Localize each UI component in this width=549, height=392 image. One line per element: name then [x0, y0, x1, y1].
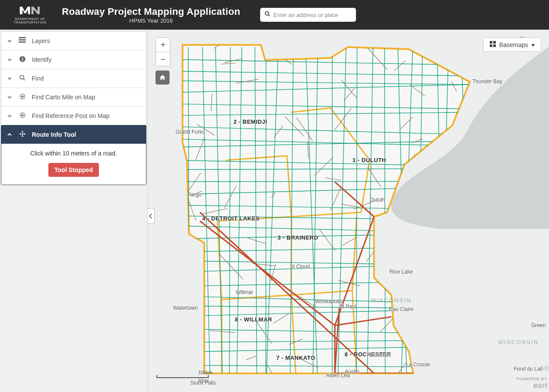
svg-line-103 [335, 108, 351, 130]
svg-point-13 [21, 114, 23, 116]
svg-line-122 [420, 169, 429, 179]
sidebar-panel-identify: Identify [1, 50, 146, 69]
city-label: St Paul [339, 304, 356, 310]
city-label: St Cloud [290, 264, 310, 270]
svg-line-24 [183, 139, 470, 146]
svg-line-89 [273, 313, 289, 324]
chevron-down-icon [7, 75, 13, 82]
zoom-out-button[interactable]: − [156, 52, 170, 66]
district-label: 7 - MANKATO [276, 355, 315, 361]
sidebar-collapse-handle[interactable] [147, 208, 155, 224]
sidebar-panel-layers: Layers [1, 31, 146, 51]
svg-line-71 [325, 178, 341, 180]
sidebar-panel-header[interactable]: Identify [1, 51, 146, 69]
sidebar-panel-find: Find [1, 69, 146, 88]
svg-rect-6 [22, 58, 23, 61]
sidebar-panel-header[interactable]: Find Carto Mile on Map [1, 88, 146, 106]
svg-point-11 [21, 95, 23, 97]
svg-point-7 [22, 57, 23, 58]
sidebar: LayersIdentifyFindFind Carto Mile on Map… [0, 30, 147, 392]
target-icon [19, 93, 26, 101]
sidebar-panel-header[interactable]: Find [1, 69, 146, 88]
svg-rect-2 [19, 37, 26, 38]
chevron-up-icon [7, 131, 13, 138]
zoom-in-button[interactable]: + [156, 38, 170, 52]
district-label: 8 - WILLMAR [235, 316, 272, 323]
svg-rect-137 [493, 41, 496, 44]
search-input[interactable] [273, 12, 352, 18]
svg-line-94 [196, 139, 204, 160]
svg-line-119 [210, 331, 235, 333]
sidebar-panel-body: Click within 10 meters of a road.Tool St… [1, 144, 146, 185]
svg-line-22 [183, 112, 470, 115]
svg-line-73 [211, 94, 212, 111]
sidebar-panel-find-carto-mile-on-map: Find Carto Mile on Map [1, 88, 146, 107]
app-subtitle: HPMS Year 2016 [62, 17, 240, 24]
svg-line-23 [183, 127, 470, 135]
map-attribution: POWERED BY esri [516, 377, 547, 390]
svg-point-0 [265, 12, 269, 15]
city-label: La Crosse [406, 362, 430, 368]
city-label: Albert Lea [326, 372, 350, 378]
sidebar-panel-header[interactable]: Layers [1, 32, 146, 50]
svg-rect-3 [19, 39, 26, 41]
svg-line-58 [356, 47, 357, 378]
chevron-down-icon [7, 37, 13, 44]
svg-rect-138 [490, 44, 492, 47]
chevron-down-icon [7, 56, 13, 63]
svg-line-134 [374, 217, 387, 256]
svg-line-63 [417, 47, 423, 378]
map-canvas[interactable]: 2 - BEMIDJI1 - DULUTH4 - DETROIT LAKES3 … [147, 30, 549, 392]
sidebar-panel-label: Identify [32, 56, 51, 63]
svg-line-121 [367, 47, 386, 69]
svg-line-101 [214, 37, 231, 48]
tool-stopped-button[interactable]: Tool Stopped [48, 163, 99, 177]
svg-line-54 [305, 47, 317, 378]
agency-logo: DEPARTMENT OF TRANSPORTATION [6, 5, 54, 24]
svg-line-75 [285, 117, 304, 136]
city-label: Green [531, 322, 546, 328]
scale-bar: 100km 60mi [156, 370, 213, 383]
mn-logo-icon [19, 5, 41, 17]
svg-line-37 [183, 281, 470, 287]
svg-line-125 [219, 253, 243, 280]
sidebar-panel-header[interactable]: Find Reference Post on Map [1, 107, 146, 125]
home-extent-button[interactable] [156, 71, 169, 84]
svg-line-21 [183, 104, 470, 109]
svg-line-36 [183, 264, 470, 272]
svg-line-50 [255, 47, 257, 378]
svg-line-68 [341, 204, 358, 207]
svg-line-45 [188, 47, 189, 378]
svg-line-114 [221, 63, 236, 64]
svg-line-34 [183, 247, 470, 252]
city-label: Watertown [173, 305, 198, 311]
svg-line-113 [315, 157, 333, 175]
sidebar-panel-header[interactable]: Route Info Tool [1, 125, 146, 144]
agency-name: DEPARTMENT OF TRANSPORTATION [14, 17, 47, 24]
sidebar-panel-label: Find Carto Mile on Map [32, 94, 95, 101]
map-zoom-controls: + − [156, 37, 170, 84]
svg-line-26 [183, 160, 470, 166]
city-label: Minneapolis [314, 298, 342, 304]
city-label: Fargo [188, 192, 201, 198]
layers-icon [19, 37, 26, 44]
basemaps-button[interactable]: Basemaps ▾ [483, 37, 541, 52]
chevron-down-icon [7, 94, 13, 101]
chevron-down-icon [7, 112, 13, 119]
svg-line-55 [313, 47, 318, 378]
svg-line-65 [440, 47, 449, 378]
svg-line-107 [427, 338, 440, 339]
city-label: Grand Forks [176, 129, 205, 135]
svg-rect-139 [493, 44, 496, 47]
svg-rect-136 [490, 41, 492, 44]
svg-line-92 [342, 238, 356, 246]
search-box[interactable] [260, 8, 356, 22]
svg-line-60 [385, 47, 386, 378]
svg-line-130 [335, 317, 392, 325]
svg-line-48 [229, 47, 230, 378]
svg-line-82 [297, 118, 313, 141]
svg-line-43 [183, 346, 470, 352]
svg-line-76 [188, 199, 196, 220]
city-label: Eau Claire [389, 306, 413, 312]
svg-line-64 [437, 47, 444, 378]
